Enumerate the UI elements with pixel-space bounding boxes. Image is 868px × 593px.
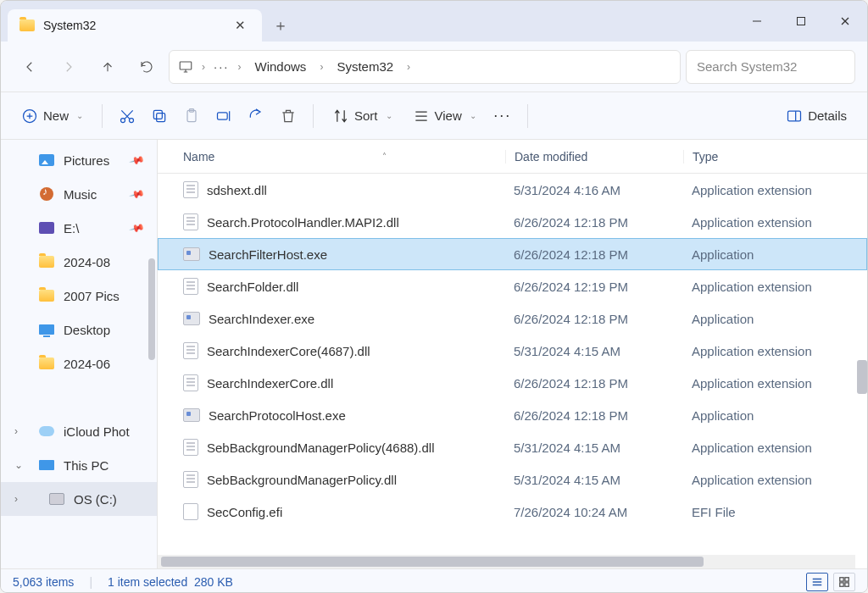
sort-icon	[332, 108, 349, 125]
sidebar-item[interactable]: ⌄This PC	[1, 448, 157, 482]
scrollbar-thumb[interactable]	[161, 557, 704, 567]
sidebar-item[interactable]: E:\📌	[1, 211, 157, 245]
file-name: SearchIndexer.exe	[209, 312, 314, 326]
search-input[interactable]: Search System32	[686, 50, 855, 84]
details-pane-icon	[786, 108, 803, 125]
sidebar-item[interactable]: 2024-06	[1, 346, 157, 380]
file-row[interactable]: SearchFilterHost.exe6/26/2024 12:18 PMAp…	[158, 238, 867, 270]
file-date: 5/31/2024 4:16 AM	[505, 183, 683, 197]
breadcrumb-item[interactable]: System32	[331, 56, 398, 77]
cut-button[interactable]	[113, 102, 142, 130]
paste-button	[177, 102, 206, 130]
details-pane-button[interactable]: Details	[777, 101, 855, 131]
file-row[interactable]: sdshext.dll5/31/2024 4:16 AMApplication …	[158, 174, 867, 206]
svg-rect-13	[788, 111, 801, 121]
chevron-right-icon: ›	[236, 61, 243, 73]
sidebar-item[interactable]: 2007 Pics	[1, 279, 157, 313]
svg-rect-17	[845, 582, 849, 585]
folder-icon	[38, 289, 55, 302]
file-row[interactable]: SebBackgroundManagerPolicy(4688).dll5/31…	[158, 431, 867, 463]
details-view-button[interactable]	[806, 573, 828, 591]
file-name: SearchIndexerCore(4687).dll	[207, 344, 370, 358]
file-row[interactable]: SearchFolder.dll6/26/2024 12:19 PMApplic…	[158, 270, 867, 302]
column-headers: Name ˄ Date modified Type	[158, 140, 867, 174]
breadcrumb-item[interactable]: Windows	[250, 56, 312, 77]
maximize-button[interactable]	[779, 1, 823, 42]
file-date: 6/26/2024 12:19 PM	[505, 280, 683, 294]
file-date: 5/31/2024 4:15 AM	[505, 441, 683, 455]
window-controls	[735, 1, 867, 42]
view-button[interactable]: View ⌄	[404, 101, 485, 131]
sort-button[interactable]: Sort ⌄	[324, 101, 401, 131]
more-button[interactable]: ···	[488, 102, 517, 130]
drive-icon	[38, 221, 55, 235]
up-button[interactable]	[91, 50, 125, 84]
refresh-button[interactable]	[130, 50, 164, 84]
folder-icon	[38, 255, 55, 269]
file-name: SecConfig.efi	[207, 505, 282, 519]
file-row[interactable]: Search.ProtocolHandler.MAPI2.dll6/26/202…	[158, 206, 867, 238]
file-icon	[183, 312, 200, 325]
file-row[interactable]: SearchIndexerCore.dll6/26/2024 12:18 PMA…	[158, 367, 867, 399]
sidebar-item[interactable]: Desktop	[1, 313, 157, 346]
os-icon	[48, 492, 65, 506]
column-type[interactable]: Type	[683, 150, 867, 163]
file-date: 6/26/2024 12:18 PM	[505, 215, 683, 230]
cloud-icon	[38, 424, 55, 438]
copy-button[interactable]	[145, 102, 174, 130]
file-row[interactable]: SecConfig.efi7/26/2024 10:24 AMEFI File	[158, 496, 867, 528]
minimize-button[interactable]	[735, 1, 779, 42]
share-button[interactable]	[242, 102, 270, 130]
svg-rect-12	[218, 112, 228, 119]
file-row[interactable]: SearchIndexerCore(4687).dll5/31/2024 4:1…	[158, 335, 867, 367]
back-button[interactable]	[13, 50, 47, 84]
status-bar: 5,063 items | 1 item selected 280 KB	[1, 568, 867, 593]
sidebar-item[interactable]: ›iCloud Phot	[1, 414, 157, 448]
file-icon	[183, 439, 198, 456]
column-name[interactable]: Name ˄	[183, 150, 505, 163]
address-bar[interactable]: › ··· › Windows › System32 ›	[169, 50, 681, 84]
new-button[interactable]: New ⌄	[13, 101, 92, 131]
file-icon	[183, 374, 198, 391]
thumbnails-view-button[interactable]	[833, 573, 855, 591]
sidebar-scrollbar[interactable]	[148, 258, 155, 360]
delete-button[interactable]	[274, 102, 303, 130]
tab-active[interactable]: System32 ✕	[8, 9, 262, 42]
close-button[interactable]	[823, 1, 867, 42]
expand-icon[interactable]: ⌄	[14, 459, 23, 471]
new-label: New	[43, 108, 69, 123]
expand-icon[interactable]: ›	[14, 493, 18, 505]
pin-icon: 📌	[129, 152, 146, 169]
breadcrumb-overflow[interactable]: ···	[214, 59, 230, 74]
navigation-pane[interactable]: Pictures📌Music📌E:\📌2024-082007 PicsDeskt…	[1, 140, 158, 568]
file-icon	[183, 408, 200, 422]
file-icon	[183, 342, 198, 359]
new-tab-button[interactable]: ＋	[262, 9, 299, 42]
pin-icon: 📌	[129, 186, 146, 202]
share-icon	[248, 108, 264, 125]
search-placeholder: Search System32	[697, 59, 797, 74]
file-name: sdshext.dll	[207, 183, 267, 197]
pc-icon	[38, 458, 55, 472]
vertical-scrollbar[interactable]	[857, 360, 867, 394]
sidebar-item[interactable]: ›OS (C:)	[1, 482, 157, 516]
copy-icon	[151, 108, 168, 125]
sidebar-item[interactable]: 2024-08	[1, 245, 157, 279]
pin-icon: 📌	[129, 219, 146, 236]
file-row[interactable]: SebBackgroundManagerPolicy.dll5/31/2024 …	[158, 463, 867, 496]
tab-close-button[interactable]: ✕	[230, 18, 250, 33]
sort-indicator-icon: ˄	[382, 152, 387, 161]
forward-button[interactable]	[52, 50, 86, 84]
svg-rect-14	[840, 577, 843, 580]
sidebar-item[interactable]: Music📌	[1, 177, 157, 211]
status-selection: 1 item selected 280 KB	[108, 575, 233, 589]
file-type: Application extension	[683, 344, 867, 358]
horizontal-scrollbar[interactable]	[158, 555, 855, 568]
column-date-modified[interactable]: Date modified	[505, 150, 683, 163]
file-type: Application extension	[683, 376, 867, 391]
file-row[interactable]: SearchIndexer.exe6/26/2024 12:18 PMAppli…	[158, 302, 867, 335]
file-row[interactable]: SearchProtocolHost.exe6/26/2024 12:18 PM…	[158, 399, 867, 431]
expand-icon[interactable]: ›	[14, 425, 18, 437]
rename-button[interactable]	[209, 102, 238, 130]
sidebar-item[interactable]: Pictures📌	[1, 143, 157, 177]
